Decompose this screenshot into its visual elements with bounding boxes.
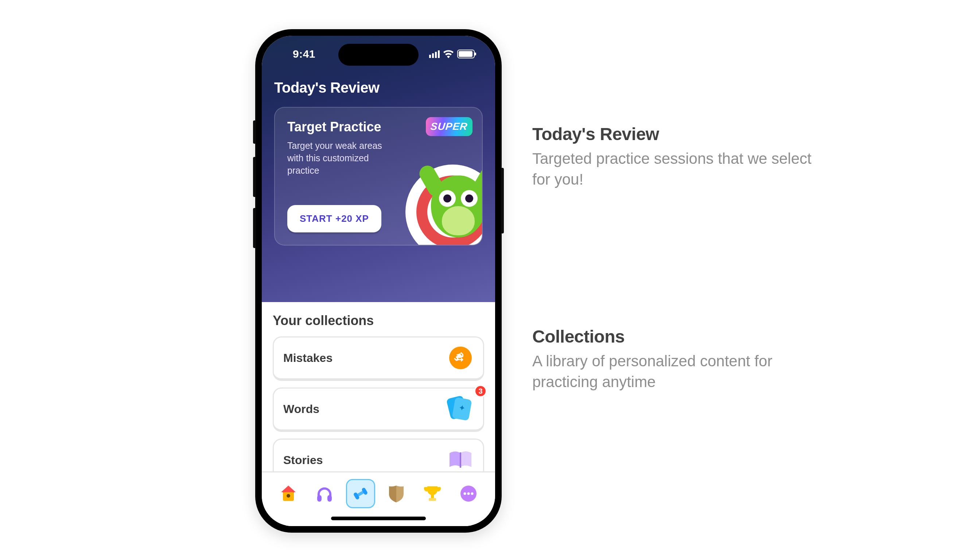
collection-item-mistakes[interactable]: Mistakes xyxy=(273,336,484,381)
home-icon xyxy=(279,484,298,503)
home-indicator xyxy=(331,517,426,520)
annotation-collections: Collections A library of personalized co… xyxy=(532,326,824,392)
target-practice-card[interactable]: SUPER Target Practice Target your weak a… xyxy=(274,107,483,246)
signal-icon xyxy=(429,50,440,58)
nav-trophy[interactable] xyxy=(418,479,447,508)
svg-point-1 xyxy=(287,494,290,498)
dumbbell-icon xyxy=(351,484,370,503)
bottom-nav xyxy=(262,471,495,526)
practice-card-desc: Target your weak areas with this customi… xyxy=(287,140,397,176)
phone-screen: 9:41 Today's Review SUPER Target Practic… xyxy=(262,36,495,526)
phone-side-button xyxy=(501,168,504,233)
svg-rect-3 xyxy=(327,495,332,502)
words-icon: 3 xyxy=(447,396,474,422)
words-badge-count: 3 xyxy=(474,385,487,397)
collections-title: Your collections xyxy=(273,313,484,328)
annotation-title: Today's Review xyxy=(532,124,824,144)
owl-target-illustration xyxy=(405,165,483,246)
headphones-icon xyxy=(315,484,334,503)
nav-listen[interactable] xyxy=(310,479,339,508)
collection-label: Stories xyxy=(283,454,322,467)
phone-side-button xyxy=(253,208,256,248)
svg-rect-2 xyxy=(317,495,322,502)
todays-review-title: Today's Review xyxy=(274,79,483,96)
shield-icon xyxy=(388,484,405,503)
phone-side-button xyxy=(253,157,256,197)
collection-item-words[interactable]: Words 3 xyxy=(273,388,484,432)
dynamic-island xyxy=(338,44,419,66)
collection-label: Words xyxy=(283,402,319,416)
collection-label: Mistakes xyxy=(283,351,332,365)
trophy-icon xyxy=(423,484,442,503)
status-time: 9:41 xyxy=(282,48,326,60)
annotation-title: Collections xyxy=(532,326,824,347)
super-badge-label: SUPER xyxy=(430,121,469,133)
annotation-body: A library of personalized content for pr… xyxy=(532,351,824,392)
svg-point-12 xyxy=(471,493,473,495)
nav-home[interactable] xyxy=(274,479,303,508)
nav-more[interactable] xyxy=(454,479,483,508)
collections-section: Your collections Mistakes xyxy=(262,302,495,471)
svg-rect-8 xyxy=(429,498,436,501)
todays-review-section: Today's Review SUPER Target Practice Tar… xyxy=(262,36,495,302)
phone-side-button xyxy=(253,120,256,144)
nav-league[interactable] xyxy=(382,479,411,508)
nav-practice[interactable] xyxy=(346,479,375,508)
annotation-body: Targeted practice sessions that we selec… xyxy=(532,149,824,190)
stories-icon xyxy=(447,447,474,473)
super-badge: SUPER xyxy=(426,117,472,136)
wifi-icon xyxy=(443,50,453,58)
annotation-todays-review: Today's Review Targeted practice session… xyxy=(532,124,824,190)
svg-rect-7 xyxy=(431,495,434,498)
mistakes-icon xyxy=(447,345,474,371)
more-icon xyxy=(460,485,477,503)
svg-point-11 xyxy=(467,493,469,495)
phone-mockup: 9:41 Today's Review SUPER Target Practic… xyxy=(255,29,502,533)
svg-point-10 xyxy=(463,493,466,495)
battery-icon xyxy=(457,50,475,58)
start-practice-button[interactable]: START +20 XP xyxy=(287,205,381,233)
